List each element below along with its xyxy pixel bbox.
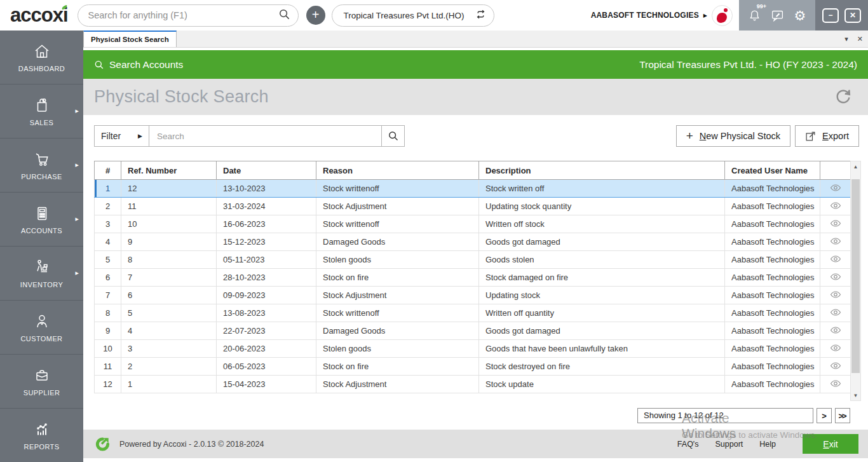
table-row[interactable]: 9 4 22-07-2023 Damaged Goods Goods got d… — [95, 322, 851, 340]
switch-company-icon[interactable] — [475, 9, 486, 22]
powered-by-label: Powered by Accoxi - 2.0.13 © 2018-2024 — [119, 440, 264, 449]
top-bar: accoxi + Tropical Treasures Pvt Ltd.(HO)… — [0, 0, 868, 31]
search-accounts-button[interactable]: Search Accounts — [94, 59, 183, 71]
company-selector[interactable]: Tropical Treasures Pvt Ltd.(HO) — [332, 4, 494, 27]
filter-dropdown[interactable]: Filter ▶ — [95, 126, 149, 146]
table-scrollbar[interactable]: ▲ ▼ — [850, 161, 861, 401]
shopping-bag-icon — [32, 96, 51, 115]
close-button[interactable]: ✕ — [844, 8, 861, 23]
table-row[interactable]: 11 2 06-05-2023 Stock on fire Stock dest… — [95, 358, 851, 376]
sidebar-item-supplier[interactable]: SUPPLIER — [0, 355, 83, 409]
view-button[interactable] — [820, 287, 851, 304]
account-expand-icon: ▶ — [703, 13, 707, 18]
table-row[interactable]: 1 12 13-10-2023 Stock writtenoff Stock w… — [95, 180, 851, 198]
quick-add-button[interactable]: + — [306, 6, 325, 25]
search-icon[interactable] — [278, 8, 290, 23]
cell-created-user: Aabasoft Technologies — [725, 287, 820, 304]
sidebar-item-customer[interactable]: CUSTOMER — [0, 301, 83, 355]
eye-icon — [830, 255, 841, 263]
col-created-user[interactable]: Created User Name — [725, 161, 820, 180]
scroll-down-icon[interactable]: ▼ — [851, 390, 860, 400]
cell-created-user: Aabasoft Technologies — [725, 340, 820, 358]
col-reason[interactable]: Reason — [316, 161, 479, 180]
notification-badge: 99+ — [757, 3, 766, 10]
view-button[interactable] — [820, 215, 851, 233]
view-button[interactable] — [820, 376, 851, 393]
sidebar-item-inventory[interactable]: INVENTORY ▶ — [0, 247, 83, 301]
eye-icon — [830, 237, 841, 245]
account-menu[interactable]: AABASOFT TECHNOLOGIES ▶ — [591, 5, 739, 26]
new-physical-stock-button[interactable]: + New Physical Stock — [676, 125, 790, 147]
stock-table: # Ref. Number Date Reason Description Cr… — [94, 161, 851, 393]
company-fy-label: Tropical Treasures Pvt Ltd. - HO (FY 202… — [639, 59, 857, 71]
tab-physical-stock-search[interactable]: Physical Stock Search — [83, 31, 177, 47]
refresh-button[interactable] — [834, 86, 853, 108]
next-page-button[interactable]: > — [817, 408, 832, 423]
tab-close-icon[interactable]: ✕ — [857, 35, 863, 43]
table-row[interactable]: 6 7 28-10-2023 Stock on fire Stock damag… — [95, 269, 851, 287]
scroll-up-icon[interactable]: ▲ — [851, 161, 860, 172]
submenu-arrow-icon: ▶ — [76, 163, 79, 168]
cell-date: 15-12-2023 — [217, 233, 316, 251]
sidebar-item-accounts[interactable]: ACCOUNTS ▶ — [0, 193, 83, 247]
accoxi-logo: accoxi — [10, 0, 68, 31]
eye-icon — [830, 379, 841, 388]
cell-ref-number: 9 — [121, 233, 217, 251]
sidebar-item-dashboard[interactable]: DASHBOARD — [0, 31, 83, 85]
table-row[interactable]: 4 9 15-12-2023 Damaged Goods Goods got d… — [95, 233, 851, 251]
table-row[interactable]: 3 10 16-06-2023 Stock writtenoff Written… — [95, 215, 851, 233]
global-search[interactable] — [78, 4, 299, 27]
view-button[interactable] — [820, 233, 851, 251]
chat-edit-icon — [771, 9, 784, 22]
table-row[interactable]: 7 6 09-09-2023 Stock Adjustment Updating… — [95, 287, 851, 304]
last-page-button[interactable]: >> — [835, 408, 850, 423]
cell-created-user: Aabasoft Technologies — [725, 322, 820, 340]
main-area: Physical Stock Search ▾ ✕ Search Account… — [83, 31, 868, 462]
global-search-input[interactable] — [88, 10, 278, 20]
table-row[interactable]: 5 8 05-11-2023 Stolen goods Goods stolen… — [95, 251, 851, 269]
submenu-arrow-icon: ▶ — [76, 271, 79, 276]
cell-reason: Stock writtenoff — [316, 304, 479, 322]
scrollbar-thumb[interactable] — [851, 179, 860, 373]
person-icon — [32, 312, 51, 331]
col-date[interactable]: Date — [217, 161, 316, 180]
cell-num: 9 — [95, 322, 121, 340]
export-button[interactable]: Export — [795, 125, 859, 147]
view-button[interactable] — [820, 358, 851, 376]
avatar[interactable] — [712, 5, 733, 26]
col-num[interactable]: # — [95, 161, 121, 180]
cell-description: Updating stock — [479, 287, 725, 304]
cell-description: Goods got damaged — [479, 233, 725, 251]
minimize-button[interactable]: − — [822, 8, 839, 23]
view-button[interactable] — [820, 340, 851, 358]
settings-button[interactable]: ⚙ — [792, 8, 808, 23]
view-button[interactable] — [820, 251, 851, 269]
view-button[interactable] — [820, 304, 851, 322]
table-search-button[interactable] — [381, 126, 404, 146]
sidebar-item-sales[interactable]: SALES ▶ — [0, 85, 83, 139]
messages-button[interactable] — [770, 8, 785, 23]
view-button[interactable] — [820, 322, 851, 340]
tab-list-dropdown-icon[interactable]: ▾ — [844, 35, 848, 43]
view-button[interactable] — [820, 198, 851, 215]
table-row[interactable]: 12 1 15-04-2023 Stock Adjustment Stock u… — [95, 376, 851, 393]
exit-button[interactable]: Exit — [803, 434, 858, 454]
sidebar-item-purchase[interactable]: PURCHASE ▶ — [0, 139, 83, 193]
notifications-button[interactable]: 99+ — [747, 8, 762, 23]
help-link[interactable]: Help — [759, 440, 776, 449]
support-link[interactable]: Support — [715, 440, 743, 449]
submenu-arrow-icon: ▶ — [76, 217, 79, 222]
col-description[interactable]: Description — [479, 161, 725, 180]
sidebar-item-reports[interactable]: REPORTS — [0, 409, 83, 462]
faqs-link[interactable]: FAQ's — [677, 440, 699, 449]
table-row[interactable]: 2 11 31-03-2024 Stock Adjustment Updatin… — [95, 198, 851, 215]
table-search-input[interactable] — [149, 126, 381, 146]
table-row[interactable]: 10 3 20-06-2023 Stolen goods Goods that … — [95, 340, 851, 358]
cell-description: Goods that have been unlawfully taken — [479, 340, 725, 358]
tab-strip: Physical Stock Search ▾ ✕ — [83, 31, 868, 48]
view-button[interactable] — [820, 180, 851, 198]
col-ref-number[interactable]: Ref. Number — [121, 161, 217, 180]
table-header-row: # Ref. Number Date Reason Description Cr… — [95, 161, 851, 180]
view-button[interactable] — [820, 269, 851, 287]
table-row[interactable]: 8 5 13-08-2023 Stock writtenoff Written … — [95, 304, 851, 322]
